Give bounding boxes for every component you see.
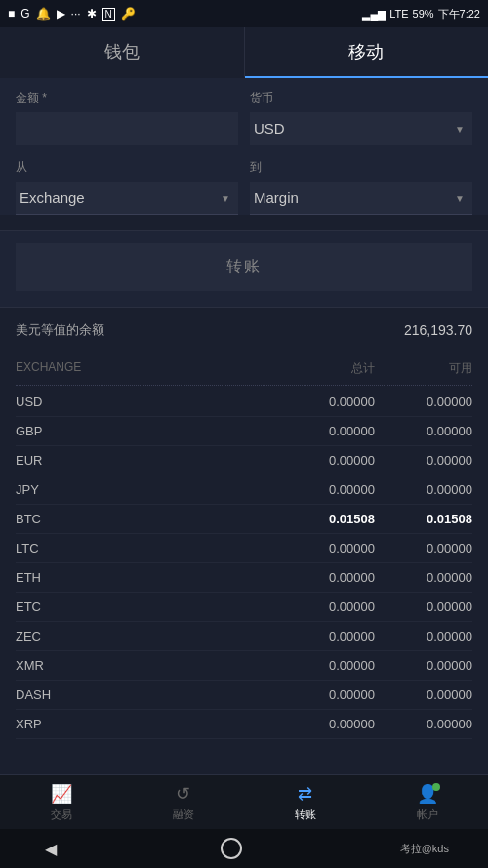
form-section: 金额 * 货币 USD 从 Exchange [0,78,488,215]
row-total: 0.00000 [267,541,375,556]
row-total: 0.00000 [267,482,375,497]
transfer-button[interactable]: 转账 [16,243,472,291]
tab-wallet[interactable]: 钱包 [0,27,245,78]
row-total: 0.00000 [267,687,375,702]
row-currency: ZEC [16,629,267,643]
row-avail: 0.00000 [375,629,472,643]
currency-label: 货币 [250,90,472,106]
fund-icon: ↺ [176,783,190,805]
amount-input[interactable] [16,112,238,145]
transfer-btn-section: 转账 [0,230,488,307]
row-total: 0.00000 [267,570,375,585]
row-total: 0.00000 [267,424,375,438]
row-currency: XMR [16,658,267,673]
from-group: 从 Exchange [16,159,238,215]
nav-trade[interactable]: 📈 交易 [0,783,122,822]
row-currency: XRP [16,717,267,731]
row-currency: JPY [16,482,267,497]
back-button[interactable]: ◀ [39,837,62,860]
nav-account-label: 帐户 [417,807,438,822]
nav-transfer-label: 转账 [295,807,316,822]
table-row[interactable]: BTC0.015080.01508 [16,505,472,534]
nfc-icon: N [102,8,115,21]
nav-fund[interactable]: ↺ 融资 [122,783,244,822]
row-total: 0.00000 [267,453,375,468]
to-label: 到 [250,159,472,176]
table-rows-container: USD0.000000.00000GBP0.000000.00000EUR0.0… [16,388,472,739]
nav-fund-label: 融资 [173,807,194,822]
table-row[interactable]: GBP0.000000.00000 [16,417,472,446]
play-icon: ▶ [57,7,65,21]
content-area: 钱包 移动 金额 * 货币 USD 从 [0,27,488,774]
menu-icon: ■ [8,7,15,21]
signal-label: LTE [389,8,408,20]
tab-mobile[interactable]: 移动 [245,27,489,78]
row-avail: 0.00000 [375,453,472,468]
currency-select-wrapper: USD [250,112,472,145]
key-icon: 🔑 [121,7,136,21]
table-row[interactable]: XMR0.000000.00000 [16,651,472,681]
amount-group: 金额 * [16,90,238,145]
signal-icon: ▂▄▆ [362,8,386,21]
col-avail-header: 可用 [375,360,472,377]
system-bar: ◀ 考拉@kds [0,829,488,868]
row-avail: 0.00000 [375,658,472,673]
battery-label: 59% [413,8,434,20]
online-dot [432,783,440,791]
to-select[interactable]: Margin [250,182,472,215]
status-left-icons: ■ G 🔔 ▶ ··· ✱ N 🔑 [8,7,136,21]
row-avail: 0.00000 [375,541,472,556]
row-avail: 0.00000 [375,424,472,438]
row-currency: EUR [16,453,267,468]
balance-section: 美元等值的余额 216,193.70 [0,307,488,352]
currency-select[interactable]: USD [250,112,472,145]
status-bar: ■ G 🔔 ▶ ··· ✱ N 🔑 ▂▄▆ LTE 59% 下午7:22 [0,0,488,27]
table-row[interactable]: LTC0.000000.00000 [16,534,472,563]
row-avail: 0.00000 [375,717,472,731]
row-currency: LTC [16,541,267,556]
account-icon: 👤 [417,783,438,805]
amount-label: 金额 * [16,90,238,106]
row-currency: ETH [16,570,267,585]
row-avail: 0.00000 [375,599,472,614]
top-tab-bar: 钱包 移动 [0,27,488,78]
from-select[interactable]: Exchange [16,182,238,215]
nav-account[interactable]: 👤 帐户 [366,783,488,822]
row-total: 0.00000 [267,599,375,614]
row-currency: DASH [16,687,267,702]
row-total: 0.01508 [267,512,375,526]
table-row[interactable]: USD0.000000.00000 [16,388,472,417]
col-total-header: 总计 [267,360,375,377]
nav-transfer[interactable]: ⇄ 转账 [244,783,366,822]
row-currency: BTC [16,512,267,526]
transfer-icon: ⇄ [298,783,312,805]
table-row[interactable]: ZEC0.000000.00000 [16,622,472,651]
amount-currency-row: 金额 * 货币 USD [16,90,472,145]
row-total: 0.00000 [267,394,375,409]
home-button[interactable] [221,838,242,859]
trade-icon: 📈 [51,783,72,805]
row-avail: 0.01508 [375,512,472,526]
from-to-row: 从 Exchange 到 Margin [16,159,472,215]
table-row[interactable]: ETH0.000000.00000 [16,563,472,593]
watermark: 考拉@kds [400,842,449,856]
table-row[interactable]: ETC0.000000.00000 [16,593,472,622]
row-avail: 0.00000 [375,394,472,409]
dots-icon: ··· [71,7,81,21]
from-label: 从 [16,159,238,176]
g-icon: G [20,7,29,21]
from-select-wrapper: Exchange [16,182,238,215]
row-avail: 0.00000 [375,570,472,585]
section-label: EXCHANGE [16,360,267,377]
row-total: 0.00000 [267,658,375,673]
to-select-wrapper: Margin [250,182,472,215]
table-header: EXCHANGE 总计 可用 [16,352,472,386]
table-row[interactable]: EUR0.000000.00000 [16,446,472,475]
to-group: 到 Margin [250,159,472,215]
table-row[interactable]: XRP0.000000.00000 [16,710,472,739]
table-row[interactable]: DASH0.000000.00000 [16,681,472,710]
table-row[interactable]: JPY0.000000.00000 [16,475,472,505]
table-section: EXCHANGE 总计 可用 USD0.000000.00000GBP0.000… [0,352,488,739]
system-right: 考拉@kds [400,842,449,856]
balance-value: 216,193.70 [404,322,472,338]
